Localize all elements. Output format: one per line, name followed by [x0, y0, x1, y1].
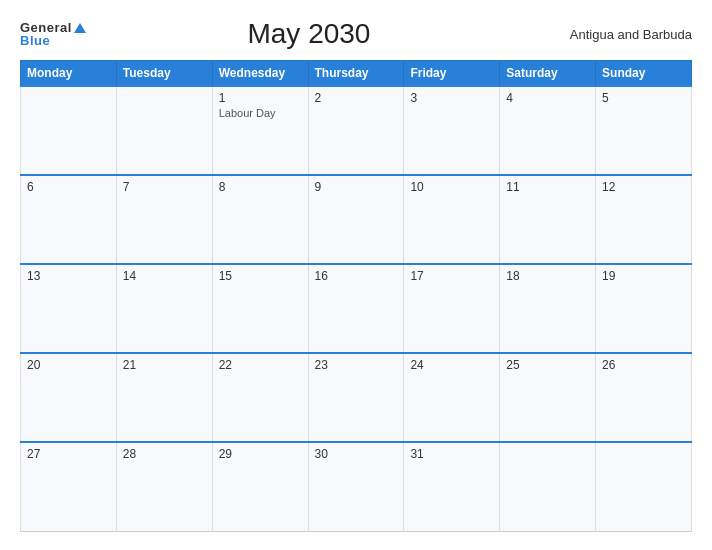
logo-triangle-icon [74, 23, 86, 33]
day-number: 6 [27, 180, 110, 194]
table-row: 31 [404, 442, 500, 531]
day-number: 7 [123, 180, 206, 194]
table-row: 6 [21, 175, 117, 264]
col-friday: Friday [404, 61, 500, 87]
col-saturday: Saturday [500, 61, 596, 87]
day-number: 22 [219, 358, 302, 372]
col-monday: Monday [21, 61, 117, 87]
table-row: 13 [21, 264, 117, 353]
table-row: 28 [116, 442, 212, 531]
day-number: 28 [123, 447, 206, 461]
day-number: 25 [506, 358, 589, 372]
table-row [500, 442, 596, 531]
table-row: 9 [308, 175, 404, 264]
header: General Blue May 2030 Antigua and Barbud… [20, 18, 692, 50]
table-row: 5 [596, 86, 692, 175]
table-row: 8 [212, 175, 308, 264]
calendar-table: Monday Tuesday Wednesday Thursday Friday… [20, 60, 692, 532]
col-tuesday: Tuesday [116, 61, 212, 87]
table-row: 23 [308, 353, 404, 442]
table-row: 18 [500, 264, 596, 353]
day-event: Labour Day [219, 107, 302, 119]
table-row: 19 [596, 264, 692, 353]
calendar-week-row: 20212223242526 [21, 353, 692, 442]
day-number: 2 [315, 91, 398, 105]
table-row: 30 [308, 442, 404, 531]
table-row: 4 [500, 86, 596, 175]
day-number: 30 [315, 447, 398, 461]
calendar-week-row: 6789101112 [21, 175, 692, 264]
day-number: 18 [506, 269, 589, 283]
calendar-week-row: 13141516171819 [21, 264, 692, 353]
day-number: 5 [602, 91, 685, 105]
day-number: 8 [219, 180, 302, 194]
day-number: 26 [602, 358, 685, 372]
table-row: 20 [21, 353, 117, 442]
day-number: 1 [219, 91, 302, 105]
day-number: 17 [410, 269, 493, 283]
day-number: 10 [410, 180, 493, 194]
table-row: 7 [116, 175, 212, 264]
logo-blue-text: Blue [20, 34, 50, 47]
day-number: 20 [27, 358, 110, 372]
table-row: 29 [212, 442, 308, 531]
table-row: 16 [308, 264, 404, 353]
col-wednesday: Wednesday [212, 61, 308, 87]
table-row: 26 [596, 353, 692, 442]
table-row [21, 86, 117, 175]
table-row [116, 86, 212, 175]
table-row: 10 [404, 175, 500, 264]
day-number: 9 [315, 180, 398, 194]
day-number: 19 [602, 269, 685, 283]
table-row: 17 [404, 264, 500, 353]
calendar-week-row: 1Labour Day2345 [21, 86, 692, 175]
col-thursday: Thursday [308, 61, 404, 87]
table-row: 1Labour Day [212, 86, 308, 175]
day-number: 11 [506, 180, 589, 194]
calendar-header-row: Monday Tuesday Wednesday Thursday Friday… [21, 61, 692, 87]
table-row: 11 [500, 175, 596, 264]
day-number: 12 [602, 180, 685, 194]
day-number: 3 [410, 91, 493, 105]
country-label: Antigua and Barbuda [532, 27, 692, 42]
table-row: 15 [212, 264, 308, 353]
day-number: 23 [315, 358, 398, 372]
table-row: 2 [308, 86, 404, 175]
day-number: 24 [410, 358, 493, 372]
col-sunday: Sunday [596, 61, 692, 87]
day-number: 21 [123, 358, 206, 372]
table-row: 12 [596, 175, 692, 264]
table-row: 21 [116, 353, 212, 442]
table-row: 24 [404, 353, 500, 442]
day-number: 29 [219, 447, 302, 461]
page: General Blue May 2030 Antigua and Barbud… [0, 0, 712, 550]
day-number: 13 [27, 269, 110, 283]
table-row: 22 [212, 353, 308, 442]
table-row: 3 [404, 86, 500, 175]
table-row: 14 [116, 264, 212, 353]
day-number: 16 [315, 269, 398, 283]
calendar-title: May 2030 [86, 18, 532, 50]
table-row: 27 [21, 442, 117, 531]
day-number: 15 [219, 269, 302, 283]
table-row: 25 [500, 353, 596, 442]
day-number: 31 [410, 447, 493, 461]
day-number: 14 [123, 269, 206, 283]
table-row [596, 442, 692, 531]
day-number: 4 [506, 91, 589, 105]
day-number: 27 [27, 447, 110, 461]
calendar-week-row: 2728293031 [21, 442, 692, 531]
logo: General Blue [20, 21, 86, 47]
